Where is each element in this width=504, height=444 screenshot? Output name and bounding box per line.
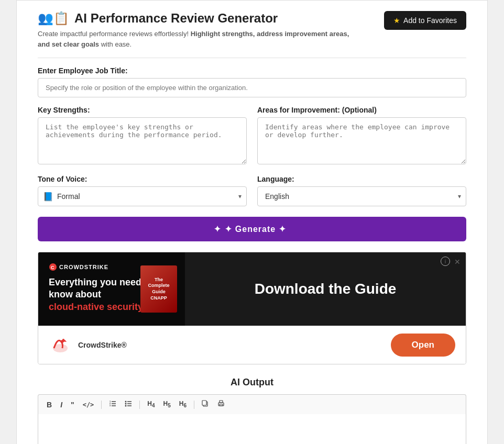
improvements-textarea[interactable] <box>257 117 466 164</box>
copy-icon <box>202 400 209 407</box>
ul-icon <box>125 400 132 407</box>
svg-point-15 <box>125 405 127 407</box>
tone-label: Tone of Voice: <box>38 175 247 183</box>
ai-output-section: AI Output B I " </> 1 2 3 <box>38 377 466 444</box>
toolbar-separator-2 <box>139 401 140 409</box>
job-title-input[interactable] <box>38 78 466 97</box>
language-label: Language: <box>257 175 466 183</box>
ad-right-section: Download the Guide <box>185 252 466 326</box>
strengths-field: Key Strengths: <box>38 106 247 167</box>
toolbar-separator-3 <box>194 401 194 409</box>
svg-point-3 <box>62 339 64 341</box>
subtitle-part2: with ease. <box>99 40 132 48</box>
crowdstrike-logo-icon: C <box>49 263 57 271</box>
generate-sparkle-left: ✦ <box>214 224 221 234</box>
tool-icon: 👥📋 <box>38 11 69 26</box>
star-icon: ★ <box>393 16 400 25</box>
job-title-label: Enter Employee Job Title: <box>38 66 466 75</box>
print-icon <box>217 400 225 407</box>
generate-label: ✦ Generate ✦ <box>225 224 286 234</box>
crowdstrike-bird-icon <box>49 334 72 357</box>
strengths-label: Key Strengths: <box>38 106 247 114</box>
ad-banner: i ✕ C CROWDSTRIKE Everything you need to… <box>38 252 466 364</box>
header-divider <box>38 58 466 58</box>
print-button[interactable] <box>215 399 227 410</box>
svg-text:C: C <box>51 265 55 270</box>
svg-point-13 <box>125 401 127 403</box>
job-title-field: Enter Employee Job Title: <box>38 66 466 97</box>
svg-rect-20 <box>220 404 223 406</box>
svg-rect-17 <box>202 401 206 405</box>
h6-button[interactable]: H6 <box>177 399 189 409</box>
ad-close-button[interactable]: ✕ <box>453 257 462 267</box>
subtitle-part1: Create impactful performance reviews eff… <box>38 30 191 38</box>
ad-cta-text: Download the Guide <box>255 281 397 297</box>
code-button[interactable]: </> <box>81 400 96 409</box>
ad-info-button[interactable]: i <box>441 257 450 266</box>
ad-open-button[interactable]: Open <box>391 334 455 357</box>
ol-icon: 1 2 3 <box>109 400 116 407</box>
crowdstrike-full-logo <box>49 334 72 357</box>
ad-bottom-section: CrowdStrike® Open <box>38 326 466 364</box>
improvements-field: Areas for Improvement: (Optional) <box>257 106 466 167</box>
add-favorites-button[interactable]: ★ Add to Favorites <box>384 11 466 30</box>
page-subtitle: Create impactful performance reviews eff… <box>38 29 352 49</box>
svg-rect-19 <box>220 401 223 403</box>
ad-left-section: C CROWDSTRIKE Everything you need to kno… <box>38 252 185 326</box>
ad-brand: CrowdStrike® <box>49 334 127 357</box>
language-select-wrapper: English Spanish French German ▾ <box>257 186 466 206</box>
copy-button[interactable] <box>200 399 211 410</box>
toolbar-separator-1 <box>101 401 102 409</box>
tone-select-wrapper: 📘 Formal Informal Professional Friendly … <box>38 186 247 206</box>
tone-field: Tone of Voice: 📘 Formal Informal Profess… <box>38 175 247 206</box>
unordered-list-button[interactable] <box>123 399 134 410</box>
h4-button[interactable]: H4 <box>145 399 157 409</box>
svg-text:3: 3 <box>109 404 111 407</box>
page-title: AI Performance Review Generator <box>74 11 278 26</box>
form-section: Enter Employee Job Title: Key Strengths:… <box>38 66 466 241</box>
quote-button[interactable]: " <box>69 399 76 410</box>
bold-button[interactable]: B <box>45 399 54 410</box>
ad-book-image: The Complete Guide CNAPP <box>140 265 177 313</box>
ordered-list-button[interactable]: 1 2 3 <box>107 399 118 410</box>
svg-point-14 <box>125 403 127 405</box>
language-field: Language: English Spanish French German … <box>257 175 466 206</box>
ad-brand-name: CrowdStrike® <box>78 341 127 349</box>
h5-button[interactable]: H5 <box>161 399 173 409</box>
ai-output-title: AI Output <box>38 377 466 388</box>
editor-toolbar: B I " </> 1 2 3 <box>38 394 466 414</box>
ai-output-editor[interactable] <box>38 414 466 444</box>
italic-button[interactable]: I <box>58 399 64 410</box>
tone-select[interactable]: Formal Informal Professional Friendly <box>38 186 247 206</box>
strengths-textarea[interactable] <box>38 117 247 164</box>
language-select[interactable]: English Spanish French German <box>257 186 466 206</box>
ad-top-section: C CROWDSTRIKE Everything you need to kno… <box>38 252 466 326</box>
generate-button[interactable]: ✦ ✦ Generate ✦ <box>38 217 466 241</box>
improvements-label: Areas for Improvement: (Optional) <box>257 106 466 114</box>
